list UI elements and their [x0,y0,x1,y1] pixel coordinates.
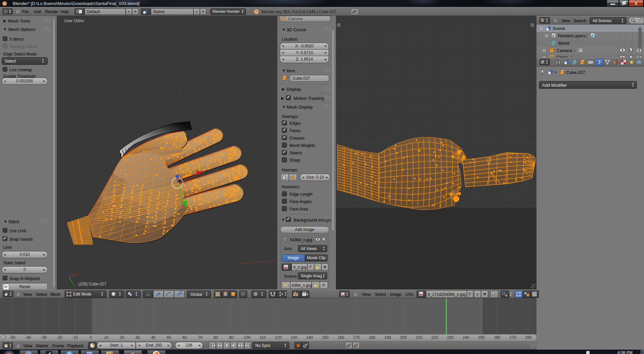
svg-text:x: x [76,272,78,276]
svg-text:y: y [74,283,75,286]
